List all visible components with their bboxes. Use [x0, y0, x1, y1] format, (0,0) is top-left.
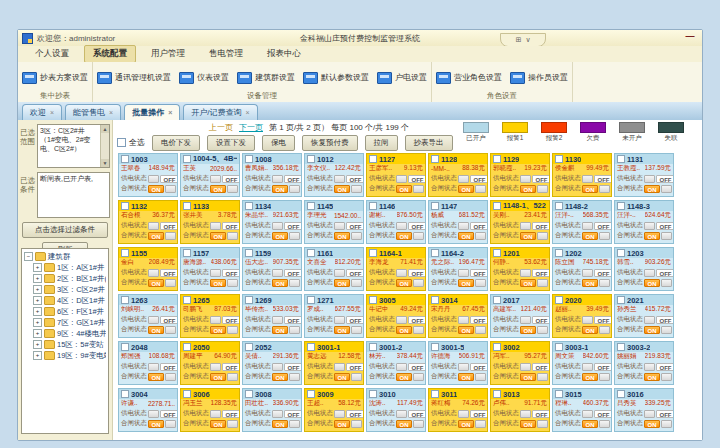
card-checkbox[interactable] — [617, 296, 625, 304]
menu-item[interactable]: 个人设置 — [26, 45, 78, 63]
switch-off-button[interactable] — [413, 185, 424, 193]
expand-expander-icon[interactable]: + — [33, 340, 42, 349]
card-checkbox[interactable] — [369, 202, 377, 210]
switch-on-button[interactable]: ON — [582, 420, 598, 428]
meter-card[interactable]: 1161 文喜全 812.20元 供电状态 OFF 合闸状态 — [304, 247, 364, 291]
meter-card[interactable]: 2050 周建平 64.90元 供电状态 OFF 合闸状态 — [180, 341, 240, 385]
tab-close-icon[interactable]: × — [246, 109, 250, 116]
meter-card[interactable]: 3001-5 许德海 506.91元 供电状态 OFF 合闸状态 — [428, 341, 488, 385]
power-off-button[interactable]: OFF — [656, 363, 674, 371]
meter-card[interactable]: 3002 冯军.. 95.27元 供电状态 OFF 合闸状态 — [490, 341, 550, 385]
card-checkbox[interactable] — [617, 155, 625, 163]
power-on-button[interactable] — [334, 222, 345, 230]
meter-card[interactable]: 1269 毕传杰.. 533.03元 供电状态 OFF 合闸状态 — [242, 294, 302, 338]
switch-off-button[interactable] — [537, 279, 548, 287]
meter-card[interactable]: 1271 罗成.. 627.55元 供电状态 OFF 合闸状态 — [304, 294, 364, 338]
power-on-button[interactable] — [582, 269, 593, 277]
switch-on-button[interactable]: ON — [272, 420, 288, 428]
expand-expander-icon[interactable]: + — [33, 285, 42, 294]
power-on-button[interactable] — [272, 222, 283, 230]
toolbar-button[interactable]: 抄表导出 — [405, 135, 453, 151]
ribbon-button[interactable]: 仪表设置 — [179, 72, 229, 84]
power-off-button[interactable]: OFF — [222, 222, 240, 230]
switch-off-button[interactable] — [413, 420, 424, 428]
switch-on-button[interactable]: ON — [334, 420, 350, 428]
card-checkbox[interactable] — [431, 390, 439, 398]
switch-off-button[interactable] — [537, 185, 548, 193]
power-off-button[interactable]: OFF — [284, 175, 302, 183]
switch-on-button[interactable]: ON — [210, 185, 226, 193]
switch-off-button[interactable] — [599, 185, 610, 193]
power-on-button[interactable] — [520, 363, 531, 371]
card-checkbox[interactable] — [183, 343, 191, 351]
meter-card[interactable]: 3003-1 周文策 842.60元 供电状态 OFF 合闸状态 — [552, 341, 612, 385]
selected-filter-box[interactable]: 断闸表,已开户表, — [37, 172, 110, 218]
ribbon-button[interactable]: 营业角色设置 — [436, 72, 502, 84]
card-checkbox[interactable] — [617, 249, 625, 257]
switch-off-button[interactable] — [661, 185, 672, 193]
card-checkbox[interactable] — [555, 249, 563, 257]
power-on-button[interactable] — [458, 410, 469, 418]
switch-off-button[interactable] — [165, 232, 176, 240]
switch-off-button[interactable] — [599, 373, 610, 381]
power-off-button[interactable]: OFF — [284, 316, 302, 324]
switch-off-button[interactable] — [475, 185, 486, 193]
power-off-button[interactable]: OFF — [656, 175, 674, 183]
power-on-button[interactable] — [334, 269, 345, 277]
card-checkbox[interactable] — [617, 202, 625, 210]
switch-off-button[interactable] — [599, 420, 610, 428]
switch-on-button[interactable]: ON — [210, 232, 226, 240]
power-on-button[interactable] — [148, 175, 159, 183]
ribbon-button[interactable]: 抄表方案设置 — [22, 72, 88, 84]
card-checkbox[interactable] — [431, 202, 439, 210]
meter-card[interactable]: 2048 郑国强 108.68元 供电状态 OFF 合闸状态 — [118, 341, 178, 385]
switch-on-button[interactable]: ON — [458, 326, 474, 334]
power-on-button[interactable] — [334, 316, 345, 324]
meter-card[interactable]: 1128 -MM-.. 88.38元 供电状态 OFF 合闸状态 — [428, 153, 488, 197]
power-off-button[interactable]: OFF — [284, 269, 302, 277]
power-off-button[interactable]: OFF — [656, 316, 674, 324]
expand-expander-icon[interactable]: + — [33, 351, 42, 360]
tab-close-icon[interactable]: × — [168, 109, 172, 116]
power-off-button[interactable]: OFF — [346, 410, 364, 418]
card-checkbox[interactable] — [121, 296, 129, 304]
switch-on-button[interactable]: ON — [272, 232, 288, 240]
power-off-button[interactable]: OFF — [594, 363, 612, 371]
switch-off-button[interactable] — [413, 232, 424, 240]
power-off-button[interactable]: OFF — [222, 363, 240, 371]
power-on-button[interactable] — [396, 410, 407, 418]
power-off-button[interactable]: OFF — [594, 175, 612, 183]
power-off-button[interactable]: OFF — [346, 316, 364, 324]
meter-card[interactable]: 1012 李文仪.. 122.42元 供电状态 OFF 合闸状态 — [304, 153, 364, 197]
switch-on-button[interactable]: ON — [644, 373, 660, 381]
card-checkbox[interactable] — [121, 155, 129, 163]
power-off-button[interactable]: OFF — [408, 316, 426, 324]
tab-close-icon[interactable]: × — [50, 109, 54, 116]
document-tab[interactable]: 批量操作 × — [124, 104, 180, 120]
switch-off-button[interactable] — [351, 373, 362, 381]
card-checkbox[interactable] — [493, 390, 501, 398]
menu-item[interactable]: 报表中心 — [258, 45, 310, 63]
ribbon-button[interactable]: 通讯管理机设置 — [97, 72, 171, 84]
card-checkbox[interactable] — [245, 249, 253, 257]
meter-card[interactable]: 3014 宋丹丹 67.45元 供电状态 OFF 合闸状态 — [428, 294, 488, 338]
ribbon-button[interactable]: 户电设置 — [377, 72, 427, 84]
power-off-button[interactable]: OFF — [656, 410, 674, 418]
card-checkbox[interactable] — [245, 343, 253, 351]
card-checkbox[interactable] — [121, 390, 129, 398]
switch-on-button[interactable]: ON — [210, 279, 226, 287]
switch-on-button[interactable]: ON — [644, 326, 660, 334]
toolbar-button[interactable]: 恢复预付费 — [302, 135, 358, 151]
meter-card[interactable]: 1157 唐海源.. 438.06元 供电状态 OFF 合闸状态 — [180, 247, 240, 291]
switch-off-button[interactable] — [227, 420, 238, 428]
meter-card[interactable]: 1148-2 汪洋-.. 568.35元 供电状态 OFF 合闸状态 — [552, 200, 612, 244]
meter-card[interactable]: 3009 王超.. 58.12元 供电状态 OFF 合闸状态 — [304, 388, 364, 432]
power-on-button[interactable] — [210, 269, 221, 277]
power-on-button[interactable] — [520, 316, 531, 324]
power-off-button[interactable]: OFF — [532, 222, 550, 230]
menu-item[interactable]: 用户管理 — [142, 45, 194, 63]
meter-card[interactable]: 2052 吴倩.. 291.36元 供电状态 OFF 合闸状态 — [242, 341, 302, 385]
card-checkbox[interactable] — [369, 390, 377, 398]
meter-card[interactable]: 3004 许谦.. 2278.71.. 供电状态 OFF 合闸状态 — [118, 388, 178, 432]
switch-on-button[interactable]: ON — [148, 373, 164, 381]
